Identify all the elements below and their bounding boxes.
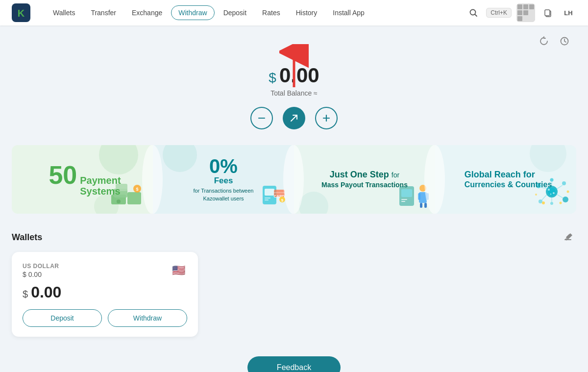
- wallets-edit-button[interactable]: [561, 229, 576, 245]
- nav-deposit[interactable]: Deposit: [217, 6, 253, 20]
- svg-point-51: [539, 199, 542, 203]
- svg-text:K: K: [18, 8, 25, 19]
- copy-icon[interactable]: [540, 5, 556, 21]
- svg-rect-42: [418, 193, 420, 200]
- wallet-balance-top-value: $ 0.00: [23, 271, 42, 278]
- banner-1-title-line2: Systems: [80, 186, 121, 197]
- wallet-deposit-button[interactable]: Deposit: [23, 309, 102, 327]
- nav-transfer[interactable]: Transfer: [84, 6, 123, 20]
- banner-global-reach: Global Reach for Currencies & Countries: [435, 145, 576, 214]
- wallet-currency-name: US DOLLAR: [23, 263, 59, 270]
- wallet-flag: 🇺🇸: [170, 262, 187, 279]
- header: K Wallets Transfer Exchange Withdraw Dep…: [0, 0, 588, 25]
- wallets-header: Wallets: [12, 229, 576, 245]
- svg-rect-44: [420, 203, 422, 208]
- svg-rect-37: [401, 189, 412, 197]
- banner-section: 50 Payment Systems $: [12, 145, 576, 214]
- svg-point-50: [563, 197, 568, 202]
- svg-rect-6: [523, 4, 528, 9]
- svg-rect-30: [265, 199, 269, 200]
- search-button[interactable]: [466, 5, 481, 21]
- svg-text:$: $: [281, 198, 284, 202]
- svg-rect-10: [517, 16, 522, 21]
- banner-2-percent: 0%: [194, 156, 254, 176]
- wallet-amount-value: 0.00: [31, 283, 61, 301]
- main-content: $ 0.00 Total Balance ≈: [0, 25, 588, 372]
- feedback-button[interactable]: Feedback: [247, 356, 341, 372]
- banner-2-title: Fees: [194, 176, 254, 186]
- svg-point-64: [560, 202, 562, 204]
- wallet-dollar-sign: $: [23, 289, 28, 300]
- wallet-card-header: US DOLLAR $ 0.00 🇺🇸: [23, 262, 187, 279]
- svg-rect-9: [523, 10, 528, 15]
- user-avatar[interactable]: [516, 3, 535, 22]
- svg-line-3: [475, 15, 477, 17]
- banner-2-subtitle: for Transactions betweenKazowallet users: [194, 187, 254, 202]
- svg-text:$: $: [136, 187, 138, 192]
- svg-rect-29: [265, 198, 270, 198]
- total-balance-label: Total Balance ≈: [270, 89, 318, 97]
- banner-payment-systems: 50 Payment Systems $: [12, 145, 153, 214]
- svg-point-61: [553, 192, 555, 194]
- withdraw-arrow: [279, 44, 309, 90]
- svg-point-62: [550, 194, 552, 195]
- keyboard-shortcut: Ctrl+K: [486, 8, 512, 18]
- svg-line-58: [542, 195, 547, 200]
- action-buttons: [250, 107, 338, 129]
- refresh-button[interactable]: [536, 33, 552, 49]
- svg-rect-28: [265, 189, 274, 196]
- svg-point-63: [542, 201, 545, 204]
- user-initials[interactable]: LH: [561, 5, 576, 21]
- svg-rect-7: [529, 4, 534, 9]
- wallet-withdraw-button[interactable]: Withdraw: [108, 309, 187, 327]
- svg-rect-45: [424, 203, 427, 208]
- nav-wallets[interactable]: Wallets: [46, 6, 82, 20]
- app-logo[interactable]: K: [12, 3, 30, 22]
- svg-point-65: [535, 194, 537, 196]
- banner-3-title-line1: Just One Step for: [321, 170, 408, 180]
- nav-history[interactable]: History: [289, 6, 324, 20]
- svg-point-2: [470, 10, 476, 15]
- wallets-title: Wallets: [12, 232, 42, 243]
- header-right: Ctrl+K LH: [466, 3, 576, 22]
- nav-withdraw[interactable]: Withdraw: [171, 5, 214, 20]
- history-button[interactable]: [557, 33, 572, 49]
- wallet-actions: Deposit Withdraw: [23, 309, 187, 327]
- svg-rect-38: [401, 199, 407, 200]
- svg-point-53: [550, 202, 553, 205]
- wallet-main-balance: $ 0.00: [23, 283, 187, 301]
- wallets-section: Wallets US DOLLAR $ 0.00 🇺🇸: [12, 229, 576, 337]
- balance-currency-symbol: $: [269, 70, 276, 86]
- main-nav: Wallets Transfer Exchange Withdraw Depos…: [46, 5, 466, 20]
- svg-rect-39: [401, 201, 405, 202]
- wallet-card-usd: US DOLLAR $ 0.00 🇺🇸 $ 0.00 Deposit Withd…: [12, 252, 198, 337]
- svg-point-49: [562, 181, 566, 185]
- feedback-section: Feedback: [12, 356, 576, 372]
- wallet-balance-top: $ 0.00: [23, 271, 59, 278]
- banner-1-number: 50: [49, 162, 77, 188]
- transfer-button[interactable]: [283, 107, 305, 129]
- svg-point-66: [567, 191, 569, 193]
- svg-line-57: [557, 195, 563, 198]
- svg-rect-8: [517, 10, 522, 15]
- banner-1-title-line1: Payment: [80, 175, 121, 186]
- banner-4-title-line2: Currencies & Countries: [465, 180, 552, 190]
- nav-exchange[interactable]: Exchange: [125, 6, 169, 20]
- banner-fees: 0% Fees for Transactions betweenKazowall…: [153, 145, 294, 214]
- svg-rect-5: [517, 4, 522, 9]
- svg-line-17: [291, 115, 297, 121]
- svg-point-26: [117, 199, 121, 203]
- deposit-button[interactable]: [315, 107, 338, 129]
- svg-rect-23: [127, 192, 141, 204]
- svg-rect-12: [545, 10, 550, 16]
- banner-one-step: Just One Step for Mass Payout Transactio…: [294, 145, 435, 214]
- banner-4-title-line1: Global Reach for: [465, 169, 552, 180]
- nav-rates[interactable]: Rates: [255, 6, 287, 20]
- withdraw-button[interactable]: [250, 107, 273, 129]
- nav-install-app[interactable]: Install App: [326, 6, 371, 20]
- svg-line-56: [557, 185, 563, 189]
- banner-3-title-line2: Mass Payout Transactions: [321, 180, 408, 189]
